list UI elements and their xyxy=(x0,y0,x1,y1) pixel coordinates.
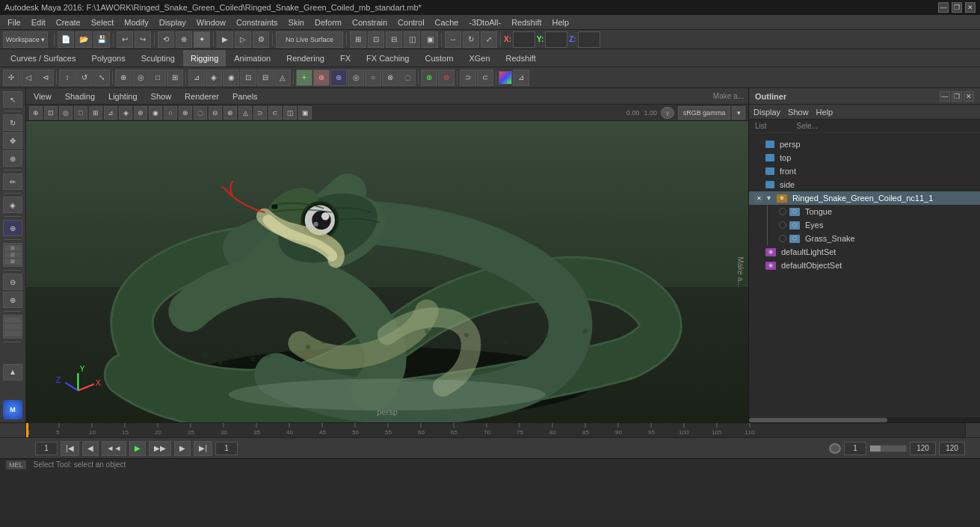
outliner-display-menu[interactable]: Display xyxy=(754,108,780,117)
timeline-area[interactable]: 1 5 10 15 20 25 30 35 40 xyxy=(0,422,980,437)
minimize-button[interactable]: — xyxy=(938,2,949,13)
outliner-item-front[interactable]: front xyxy=(749,164,980,178)
rig-btn10[interactable]: ◬ xyxy=(274,70,291,86)
menu-file[interactable]: File xyxy=(3,17,25,28)
vr-btn8[interactable]: ⊛ xyxy=(134,106,147,120)
render-btn1[interactable]: ▶ xyxy=(217,31,233,48)
camera-tumble-btn[interactable]: ↻ xyxy=(3,114,22,131)
rig-btn18[interactable]: ⊕ xyxy=(421,70,437,86)
vp-lighting-menu[interactable]: Lighting xyxy=(105,91,141,102)
vp-panels-menu[interactable]: Panels xyxy=(229,91,261,102)
lt-sub-btn3[interactable]: ⊠ xyxy=(4,259,21,265)
lt-sub-btn4[interactable] xyxy=(4,317,21,323)
lt-sub-btn2[interactable]: ⊟ xyxy=(4,252,21,258)
tab-polygons[interactable]: Polygons xyxy=(84,50,132,67)
z-field[interactable] xyxy=(578,31,600,48)
menu-display[interactable]: Display xyxy=(155,17,191,28)
vr-btn7[interactable]: ◈ xyxy=(119,106,132,120)
scale-tool-btn[interactable]: ⤡ xyxy=(93,70,110,86)
render-btn2[interactable]: ▷ xyxy=(235,31,251,48)
lt-btn-extra1[interactable]: ⊖ xyxy=(3,274,22,290)
outliner-minimize[interactable]: — xyxy=(940,91,950,102)
y-field[interactable] xyxy=(545,31,567,48)
menu-create[interactable]: Create xyxy=(52,17,85,28)
rig-btn16[interactable]: ⊗ xyxy=(382,70,398,86)
maximize-button[interactable]: ❐ xyxy=(952,2,962,13)
rig-btn4[interactable]: ⊞ xyxy=(167,70,183,86)
vr-btn5[interactable]: ⊞ xyxy=(89,106,102,120)
outliner-item-grass-snake[interactable]: ⬡ Grass_Snake xyxy=(749,232,980,245)
outliner-show-menu[interactable]: Show xyxy=(788,108,809,117)
grass-vis[interactable] xyxy=(779,235,786,242)
outliner-help-menu[interactable]: Help xyxy=(816,108,833,117)
workspace-dropdown[interactable]: Workspace ▾ xyxy=(3,31,48,48)
menu-constrain[interactable]: Constrain xyxy=(348,17,392,28)
lt-sub-btn6[interactable] xyxy=(4,330,21,336)
move-tool-btn[interactable]: ↕ xyxy=(59,70,75,86)
transform-btn2[interactable]: ⊕ xyxy=(176,31,192,48)
snake-checkbox[interactable]: ✕ xyxy=(755,194,762,202)
viewport-3d[interactable]: X Y Z persp Make a... xyxy=(26,121,748,422)
range-start-input[interactable] xyxy=(844,442,866,455)
vr-btn14[interactable]: ⊕ xyxy=(224,106,237,120)
menu-modify[interactable]: Modify xyxy=(120,17,152,28)
rig-btn8[interactable]: ⊡ xyxy=(240,70,256,86)
outliner-item-objectset[interactable]: ◉ defaultObjectSet xyxy=(749,259,980,272)
no-live-btn[interactable]: No Live Surface xyxy=(276,31,343,48)
menu-select[interactable]: Select xyxy=(87,17,119,28)
snake-expand-arrow[interactable]: ▼ xyxy=(765,194,772,202)
tongue-vis[interactable] xyxy=(779,208,786,215)
menu-control[interactable]: Control xyxy=(393,17,428,28)
tab-rendering[interactable]: Rendering xyxy=(279,50,332,67)
vr-btn2[interactable]: ⊡ xyxy=(44,106,58,120)
menu-edit[interactable]: Edit xyxy=(27,17,50,28)
outliner-close[interactable]: ✕ xyxy=(964,91,974,102)
menu-redshift[interactable]: Redshift xyxy=(507,17,546,28)
outliner-item-persp[interactable]: persp xyxy=(749,138,980,151)
color-swatch-btn[interactable] xyxy=(499,71,512,84)
vp-shading-menu[interactable]: Shading xyxy=(62,91,98,102)
menu-skin[interactable]: Skin xyxy=(284,17,309,28)
auto-key-btn[interactable] xyxy=(829,443,841,454)
rig-btn21[interactable]: ⊂ xyxy=(477,70,493,86)
current-frame-input[interactable] xyxy=(215,442,238,455)
vr-btn4[interactable]: □ xyxy=(74,106,87,120)
timeline-numbers[interactable]: 1 5 10 15 20 25 30 35 40 xyxy=(26,423,965,437)
new-file-button[interactable]: 📄 xyxy=(58,31,74,48)
play-back-btn[interactable]: ◄◄ xyxy=(102,441,127,456)
tab-rigging[interactable]: Rigging xyxy=(183,50,226,67)
menu-help[interactable]: Help xyxy=(548,17,574,28)
vr-btn18[interactable]: ◫ xyxy=(283,106,297,120)
lt-snap-btn[interactable]: ◈ xyxy=(3,197,22,213)
outliner-item-side[interactable]: side xyxy=(749,178,980,191)
tb-rotate-btn[interactable]: ↻ xyxy=(463,31,479,48)
lt-sub-btn5[interactable] xyxy=(4,324,21,330)
rig-btn5[interactable]: ⊿ xyxy=(188,70,205,86)
vr-btn16[interactable]: ⊃ xyxy=(253,106,267,120)
vr-btn1[interactable]: ⊕ xyxy=(29,106,43,120)
tab-redshift[interactable]: Redshift xyxy=(499,50,543,67)
outliner-maximize[interactable]: ❐ xyxy=(952,91,962,102)
select-mode-btn[interactable]: ↖ xyxy=(3,91,22,108)
transform-btn1[interactable]: ⟲ xyxy=(158,31,174,48)
snap-btn[interactable]: ✦ xyxy=(194,31,210,48)
vr-btn17[interactable]: ⊂ xyxy=(268,106,282,120)
rig-btn9[interactable]: ⊟ xyxy=(257,70,274,86)
prev-frame-btn[interactable]: ◀ xyxy=(82,441,99,456)
next-frame-btn[interactable]: ▶ xyxy=(174,441,191,456)
outliner-item-tongue[interactable]: ⬡ Tongue xyxy=(749,205,980,218)
tab-curves-surfaces[interactable]: Curves / Surfaces xyxy=(3,50,83,67)
rotate-tool-btn[interactable]: ↺ xyxy=(76,70,93,86)
tab-fx-caching[interactable]: FX Caching xyxy=(359,50,416,67)
vr-btn9[interactable]: ◉ xyxy=(149,106,162,120)
outliner-item-eyes[interactable]: ⬡ Eyes xyxy=(749,218,980,232)
outliner-item-top[interactable]: top xyxy=(749,151,980,164)
outliner-scrollbar[interactable] xyxy=(749,416,980,422)
camera-pan-btn[interactable]: ✥ xyxy=(3,132,22,149)
rig-btn3[interactable]: □ xyxy=(150,70,166,86)
vr-btn10[interactable]: ○ xyxy=(164,106,177,120)
lt-sub-btn1[interactable]: ⊞ xyxy=(4,245,21,251)
lt-btn-extra2[interactable]: ⊕ xyxy=(3,292,22,308)
lt-bottom-btn[interactable]: ▲ xyxy=(3,364,22,380)
rig-btn20[interactable]: ⊃ xyxy=(460,70,476,86)
